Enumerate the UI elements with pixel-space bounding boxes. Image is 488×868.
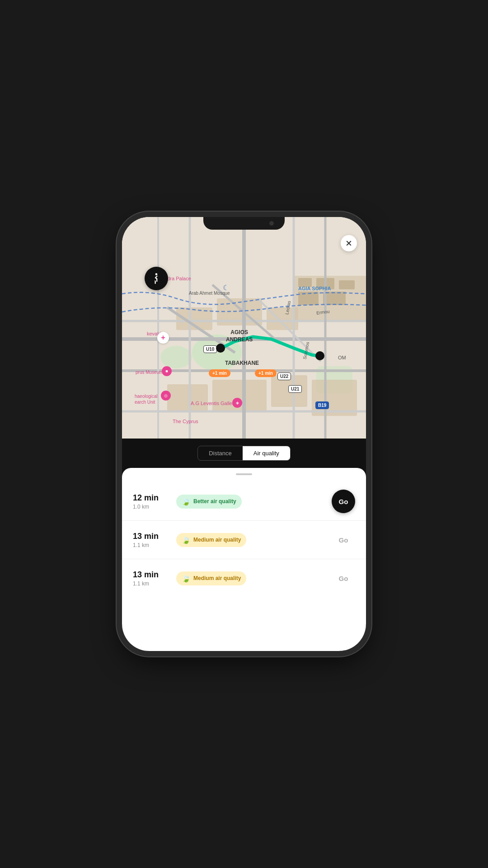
map-svg: ☾ [122,217,366,439]
bottom-panel: Distance Air quality 12 min 1.0 km 🍃 Bet… [122,439,366,651]
tab-bar: Distance Air quality [197,446,291,461]
walk-mode-button[interactable] [145,267,168,290]
bus-badge-u10: U10 [203,345,217,353]
route-3-time: 13 min [133,570,169,580]
phone-frame: ☾ Ledra Palace Arab Ahmet Mosque AGIA SO… [122,217,366,651]
route-1-go-button[interactable]: Go [332,490,355,513]
route-3-quality-badge: 🍃 Medium air quality [176,571,246,585]
route-1-quality: 🍃 Better air quality [176,495,324,509]
tab-air-quality[interactable]: Air quality [243,446,290,460]
walk-icon [150,272,163,285]
svg-rect-13 [167,384,208,411]
route-3-go-button[interactable]: Go [332,566,355,590]
archaeological-icon: ◎ [161,391,171,401]
bus-badge-u21: U21 [288,385,302,393]
svg-point-30 [155,273,158,275]
delay-badge-2: +1 min [255,369,277,377]
route-1-time: 12 min [133,493,169,503]
close-button[interactable] [341,235,357,251]
phone-content: ☾ Ledra Palace Arab Ahmet Mosque AGIA SO… [122,217,366,651]
route-2-dist: 1.1 km [133,542,169,548]
leaf-icon-3: 🍃 [182,574,191,583]
route-3-quality: 🍃 Medium air quality [176,571,324,585]
leaf-icon-2: 🍃 [182,536,191,544]
route-1-info: 12 min 1.0 km [133,493,169,510]
svg-rect-7 [339,280,355,289]
routes-card: 12 min 1.0 km 🍃 Better air quality Go 1 [122,468,366,651]
svg-text:☾: ☾ [223,284,229,292]
bus-badge-u22: U22 [277,373,291,380]
route-2-quality-badge: 🍃 Medium air quality [176,533,246,547]
leaf-icon-1: 🍃 [182,497,191,506]
route-2-quality-label: Medium air quality [193,537,241,543]
route-2-time: 13 min [133,532,169,541]
museum-icon: ■ [162,366,172,376]
svg-rect-5 [298,278,312,287]
bus-badge-b19: B19 [315,401,329,409]
tab-distance[interactable]: Distance [198,446,243,460]
delay-badge-1: +1 min [209,369,230,377]
drag-handle [236,473,252,475]
route-3-quality-label: Medium air quality [193,575,241,581]
route-item[interactable]: 13 min 1.1 km 🍃 Medium air quality Go [122,559,366,597]
camera [269,221,274,226]
gallery-icon: ◈ [232,398,242,408]
route-1-dist: 1.0 km [133,504,169,510]
route-item[interactable]: 12 min 1.0 km 🍃 Better air quality Go [122,482,366,521]
route-1-quality-label: Better air quality [193,498,236,505]
start-dot [216,344,225,353]
route-item[interactable]: 13 min 1.1 km 🍃 Medium air quality Go [122,521,366,559]
route-3-info: 13 min 1.1 km [133,570,169,587]
route-2-go-button[interactable]: Go [332,528,355,552]
end-dot [315,351,324,360]
notch [203,217,285,230]
route-3-dist: 1.1 km [133,580,169,587]
route-1-quality-badge: 🍃 Better air quality [176,495,242,509]
route-2-quality: 🍃 Medium air quality [176,533,324,547]
medical-icon: + [157,332,169,344]
map-section: ☾ Ledra Palace Arab Ahmet Mosque AGIA SO… [122,217,366,439]
route-2-info: 13 min 1.1 km [133,532,169,548]
svg-point-2 [160,346,192,368]
